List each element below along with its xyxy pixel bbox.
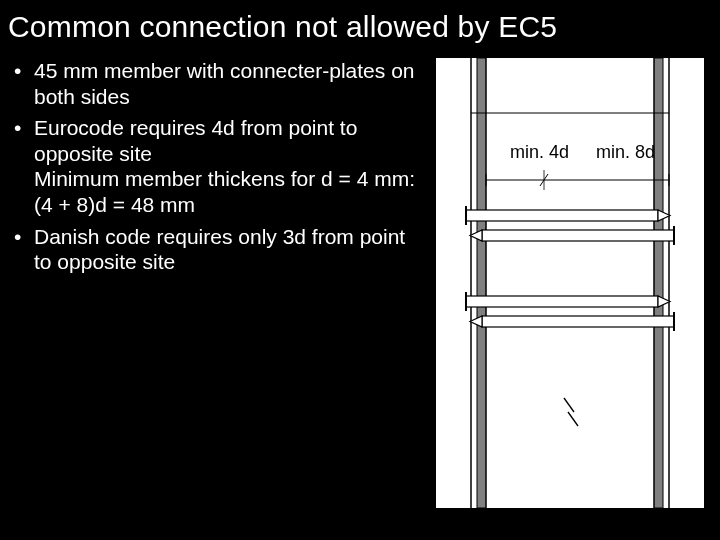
bullet-line: Minimum member thickens for d = 4 mm: (34, 167, 415, 190)
diagram-container: min. 4d min. 8d (418, 58, 712, 508)
bullet-item: 45 mm member with connecter-plates on bo… (8, 58, 418, 109)
bullet-line: Danish code requires only 3d from point … (34, 225, 405, 274)
svg-rect-17 (482, 230, 674, 241)
dim-label-8d: min. 8d (596, 142, 655, 162)
slide-body: 45 mm member with connecter-plates on bo… (0, 58, 720, 508)
connection-diagram: min. 4d min. 8d (436, 58, 704, 508)
slide-title: Common connection not allowed by EC5 (0, 0, 720, 58)
bullet-item: Eurocode requires 4d from point to oppos… (8, 115, 418, 217)
bullet-line: (4 + 8)d = 48 mm (34, 193, 195, 216)
bullet-item: Danish code requires only 3d from point … (8, 224, 418, 275)
slide: Common connection not allowed by EC5 45 … (0, 0, 720, 540)
svg-rect-23 (482, 316, 674, 327)
dim-label-4d: min. 4d (510, 142, 569, 162)
svg-rect-0 (436, 58, 704, 508)
bullet-line: 45 mm member with connecter-plates on bo… (34, 59, 415, 108)
bullet-list: 45 mm member with connecter-plates on bo… (8, 58, 418, 508)
svg-rect-4 (654, 58, 663, 508)
svg-rect-20 (466, 296, 658, 307)
svg-rect-3 (477, 58, 486, 508)
svg-rect-14 (466, 210, 658, 221)
bullet-line: Eurocode requires 4d from point to oppos… (34, 116, 357, 165)
